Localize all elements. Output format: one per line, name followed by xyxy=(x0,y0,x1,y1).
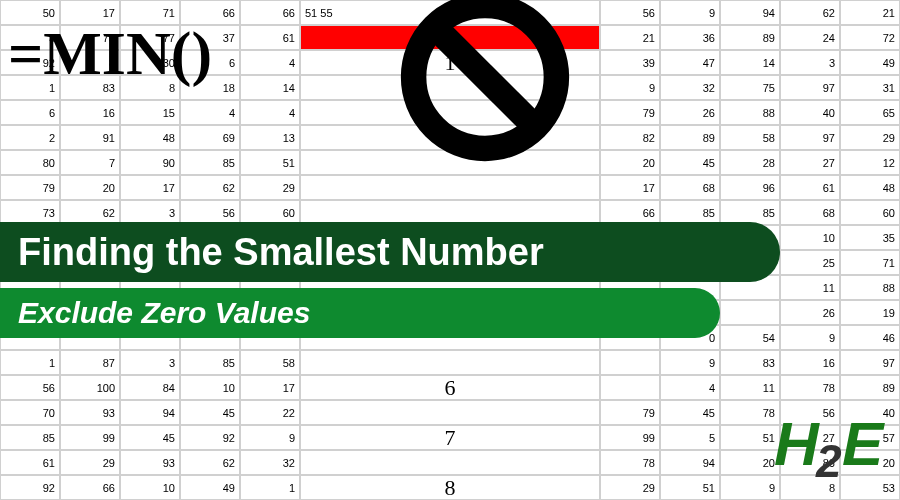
grid-cell: 35 xyxy=(840,225,900,250)
grid-cell: 9 xyxy=(780,325,840,350)
grid-cell: 61 xyxy=(0,450,60,475)
grid-cell: 3 xyxy=(120,350,180,375)
title-banner: Finding the Smallest Number xyxy=(0,222,780,282)
grid-cell: 1 xyxy=(240,475,300,500)
grid-cell: 60 xyxy=(840,200,900,225)
grid-cell: 92 xyxy=(180,425,240,450)
grid-cell: 29 xyxy=(600,475,660,500)
grid-cell: 61 xyxy=(780,175,840,200)
grid-cell: 93 xyxy=(60,400,120,425)
grid-cell: 78 xyxy=(780,375,840,400)
grid-cell: 9 xyxy=(660,0,720,25)
grid-cell: 90 xyxy=(120,150,180,175)
grid-cell: 26 xyxy=(780,300,840,325)
grid-cell: 66 xyxy=(240,0,300,25)
grid-cell: 99 xyxy=(60,425,120,450)
grid-cell: 17 xyxy=(600,175,660,200)
grid-cell: 29 xyxy=(840,125,900,150)
grid-cell: 4 xyxy=(240,50,300,75)
grid-cell: 56 xyxy=(600,0,660,25)
grid-cell-center xyxy=(300,400,600,425)
grid-cell: 11 xyxy=(720,375,780,400)
grid-cell: 25 xyxy=(780,250,840,275)
grid-cell: 22 xyxy=(240,400,300,425)
grid-cell-center: 8 xyxy=(300,475,600,500)
grid-cell: 39 xyxy=(600,50,660,75)
grid-cell: 6 xyxy=(0,100,60,125)
grid-cell: 12 xyxy=(840,150,900,175)
grid-cell: 10 xyxy=(180,375,240,400)
grid-cell: 51 xyxy=(660,475,720,500)
grid-cell-center xyxy=(300,450,600,475)
grid-cell: 48 xyxy=(840,175,900,200)
grid-cell: 9 xyxy=(720,475,780,500)
grid-cell: 47 xyxy=(660,50,720,75)
grid-cell: 4 xyxy=(240,100,300,125)
grid-cell: 94 xyxy=(120,400,180,425)
grid-cell: 62 xyxy=(180,450,240,475)
grid-cell-center xyxy=(300,350,600,375)
grid-cell: 19 xyxy=(840,300,900,325)
grid-cell: 85 xyxy=(0,425,60,450)
grid-cell: 58 xyxy=(240,350,300,375)
grid-cell: 21 xyxy=(600,25,660,50)
grid-cell: 97 xyxy=(840,350,900,375)
grid-cell: 16 xyxy=(60,100,120,125)
grid-cell: 88 xyxy=(840,275,900,300)
grid-cell: 2 xyxy=(0,125,60,150)
grid-cell: 9 xyxy=(600,75,660,100)
grid-cell: 94 xyxy=(660,450,720,475)
grid-cell: 14 xyxy=(720,50,780,75)
grid-cell: 69 xyxy=(180,125,240,150)
grid-cell: 29 xyxy=(60,450,120,475)
grid-cell: 71 xyxy=(840,250,900,275)
grid-cell: 80 xyxy=(0,150,60,175)
grid-cell: 51 xyxy=(720,425,780,450)
grid-cell: 68 xyxy=(780,200,840,225)
grid-cell: 24 xyxy=(780,25,840,50)
grid-cell: 20 xyxy=(720,450,780,475)
grid-cell: 97 xyxy=(780,125,840,150)
grid-cell: 20 xyxy=(60,175,120,200)
grid-cell: 65 xyxy=(840,100,900,125)
grid-cell: 94 xyxy=(720,0,780,25)
grid-cell: 45 xyxy=(180,400,240,425)
grid-cell: 70 xyxy=(0,400,60,425)
grid-cell: 62 xyxy=(180,175,240,200)
grid-cell: 17 xyxy=(120,175,180,200)
grid-cell: 4 xyxy=(180,100,240,125)
grid-cell: 17 xyxy=(240,375,300,400)
grid-cell: 7 xyxy=(60,150,120,175)
svg-line-1 xyxy=(437,29,532,124)
grid-cell: 56 xyxy=(0,375,60,400)
grid-cell-center: 6 xyxy=(300,375,600,400)
grid-cell: 20 xyxy=(600,150,660,175)
grid-cell xyxy=(720,300,780,325)
grid-cell: 32 xyxy=(240,450,300,475)
grid-cell: 14 xyxy=(240,75,300,100)
grid-cell: 89 xyxy=(660,125,720,150)
grid-cell: 27 xyxy=(780,150,840,175)
grid-cell: 89 xyxy=(840,375,900,400)
grid-cell: 10 xyxy=(780,225,840,250)
grid-cell: 91 xyxy=(60,125,120,150)
grid-cell: 28 xyxy=(720,150,780,175)
grid-cell: 68 xyxy=(660,175,720,200)
grid-cell: 93 xyxy=(120,450,180,475)
grid-cell: 89 xyxy=(720,25,780,50)
grid-cell: 97 xyxy=(780,75,840,100)
subtitle-banner: Exclude Zero Values xyxy=(0,288,720,338)
prohibition-icon xyxy=(400,0,570,162)
grid-cell: 9 xyxy=(660,350,720,375)
title-text: Finding the Smallest Number xyxy=(18,231,544,274)
grid-cell xyxy=(600,375,660,400)
grid-cell: 83 xyxy=(720,350,780,375)
grid-cell: 72 xyxy=(840,25,900,50)
grid-cell: 16 xyxy=(780,350,840,375)
grid-cell: 84 xyxy=(120,375,180,400)
grid-cell: 11 xyxy=(780,275,840,300)
grid-cell: 9 xyxy=(240,425,300,450)
grid-cell: 45 xyxy=(660,400,720,425)
grid-cell: 45 xyxy=(660,150,720,175)
grid-cell: 31 xyxy=(840,75,900,100)
